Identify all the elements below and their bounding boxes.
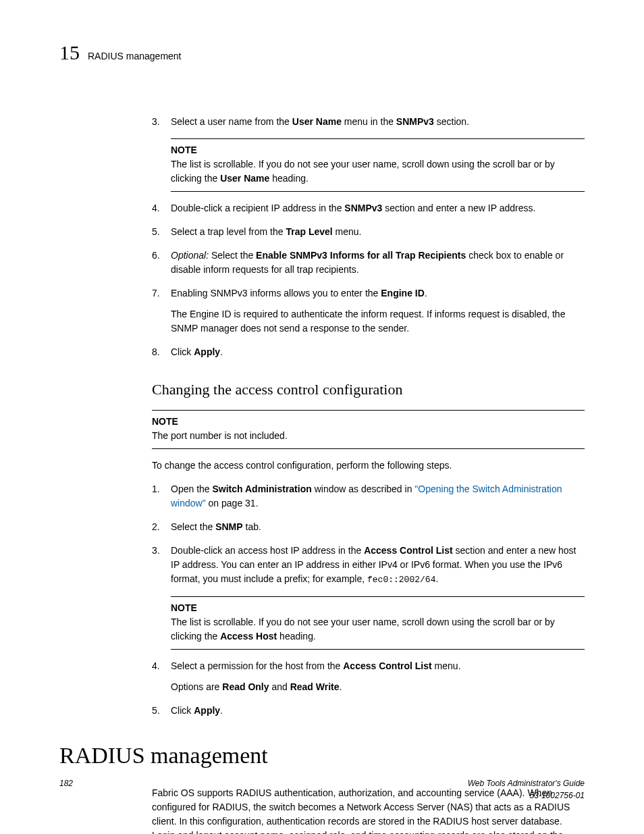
- text-run: Read Only: [222, 681, 269, 692]
- text-run: Apply: [194, 705, 220, 716]
- step-body: Select a permission for the host from th…: [171, 659, 585, 694]
- page: 15 RADIUS management 3.Select a user nam…: [0, 0, 644, 834]
- step-item: 7.Enabling SNMPv3 informs allows you to …: [152, 286, 585, 336]
- text-run: Select the: [209, 250, 256, 261]
- step-sub-text: Options are Read Only and Read Write.: [171, 680, 585, 694]
- text-run: Select a trap level from the: [171, 226, 286, 237]
- step-number: 7.: [152, 286, 171, 336]
- text-run: Open the: [171, 484, 213, 494]
- step-number: 3.: [152, 115, 171, 129]
- step-body: Enabling SNMPv3 informs allows you to en…: [171, 286, 585, 336]
- text-run: .: [220, 705, 223, 716]
- step-number: 2.: [152, 520, 171, 534]
- step-body: Open the Switch Administration window as…: [171, 482, 585, 511]
- text-run: Switch Administration: [213, 484, 312, 494]
- note-port-number: NOTE The port number is not included.: [152, 410, 585, 449]
- step-item: 5.Select a trap level from the Trap Leve…: [152, 225, 585, 239]
- text-run: section.: [434, 116, 469, 127]
- step-list-b: 1.Open the Switch Administration window …: [152, 482, 585, 718]
- step-item: 1.Open the Switch Administration window …: [152, 482, 585, 511]
- step-number: 6.: [152, 249, 171, 277]
- footer-doc-id: 53-1002756-01: [468, 789, 585, 802]
- intro-text: To change the access control configurati…: [152, 459, 585, 473]
- text-run: heading.: [277, 631, 316, 642]
- step-sub-text: The Engine ID is required to authenticat…: [171, 307, 585, 336]
- text-run: SNMPv3: [396, 116, 434, 127]
- text-run: .: [435, 573, 438, 584]
- text-run: Double-click a recipient IP address in t…: [171, 203, 344, 213]
- step-number: 4.: [152, 201, 171, 215]
- text-run: The Engine ID is required to authenticat…: [171, 309, 565, 334]
- text-run: .: [425, 288, 427, 298]
- step-item: 3.Double-click an access host IP address…: [152, 544, 585, 587]
- text-run: Engine ID: [381, 288, 425, 298]
- step-number: 4.: [152, 659, 171, 694]
- text-run: Select a permission for the host from th…: [171, 660, 343, 671]
- section-access-control: Changing the access control configuratio…: [152, 378, 585, 718]
- text-run: menu in the: [342, 116, 396, 127]
- text-run: section and enter a new IP address.: [382, 203, 535, 213]
- chapter-number: 15: [59, 37, 80, 68]
- heading-radius-management: RADIUS management: [59, 738, 585, 773]
- heading-access-control: Changing the access control configuratio…: [152, 378, 585, 400]
- text-run: Access Control List: [364, 545, 452, 556]
- note-label: NOTE: [152, 415, 585, 429]
- text-run: .: [220, 346, 223, 357]
- text-run: Read Write: [290, 681, 340, 692]
- step-number: 5.: [152, 225, 171, 239]
- step-item: 6.Optional: Select the Enable SNMPv3 Inf…: [152, 249, 585, 277]
- note-label: NOTE: [171, 601, 585, 615]
- text-run: and: [269, 681, 290, 692]
- text-run: Click: [171, 705, 194, 716]
- step-body: Select the SNMP tab.: [171, 520, 585, 534]
- step-body: Select a trap level from the Trap Level …: [171, 225, 585, 239]
- step-body: Click Apply.: [171, 704, 585, 718]
- note-box: NOTEThe list is scrollable. If you do no…: [171, 138, 585, 192]
- step-list-a: 3.Select a user name from the User Name …: [152, 115, 585, 359]
- step-body: Optional: Select the Enable SNMPv3 Infor…: [171, 249, 585, 277]
- note-text: The list is scrollable. If you do not se…: [171, 615, 585, 644]
- text-run: User Name: [220, 173, 269, 184]
- step-item: 3.Select a user name from the User Name …: [152, 115, 585, 129]
- step-item: 4.Double-click a recipient IP address in…: [152, 201, 585, 215]
- text-run: .: [340, 681, 342, 692]
- step-item: 2.Select the SNMP tab.: [152, 520, 585, 534]
- text-run: heading.: [269, 173, 308, 184]
- text-run: Select the: [171, 521, 215, 532]
- text-run: menu.: [432, 660, 461, 671]
- step-number: 8.: [152, 345, 171, 359]
- text-run: on page 31.: [206, 498, 259, 509]
- step-number: 5.: [152, 704, 171, 718]
- text-run: Double-click an access host IP address i…: [171, 545, 364, 556]
- text-run: Apply: [194, 346, 220, 357]
- note-label: NOTE: [171, 143, 585, 157]
- text-run: window as described in: [312, 484, 415, 494]
- text-run: fec0::2002/64: [367, 575, 435, 585]
- footer-guide: Web Tools Administrator's Guide: [468, 777, 585, 789]
- running-header-title: RADIUS management: [88, 49, 182, 63]
- text-run: Access Control List: [343, 660, 431, 671]
- text-run: Enable SNMPv3 Informs for all Trap Recip…: [256, 250, 466, 261]
- text-run: SNMP: [215, 521, 242, 532]
- note-text: The list is scrollable. If you do not se…: [171, 157, 585, 186]
- note-text: The port number is not included.: [152, 429, 585, 443]
- text-run: Trap Level: [286, 226, 332, 237]
- text-run: Access Host: [220, 631, 277, 642]
- text-run: Options are: [171, 681, 222, 692]
- text-run: tab.: [243, 521, 261, 532]
- step-number: 1.: [152, 482, 171, 511]
- text-run: menu.: [333, 226, 362, 237]
- text-run: Optional:: [171, 250, 209, 261]
- step-number: 3.: [152, 544, 171, 587]
- text-run: Click: [171, 346, 194, 357]
- step-item: 4.Select a permission for the host from …: [152, 659, 585, 694]
- note-box: NOTEThe list is scrollable. If you do no…: [171, 596, 585, 650]
- step-body: Select a user name from the User Name me…: [171, 115, 585, 129]
- text-run: User Name: [292, 116, 342, 127]
- step-body: Double-click an access host IP address i…: [171, 544, 585, 587]
- text-run: Enabling SNMPv3 informs allows you to en…: [171, 288, 381, 298]
- text-run: Select a user name from the: [171, 116, 292, 127]
- step-item: 8.Click Apply.: [152, 345, 585, 359]
- step-body: Double-click a recipient IP address in t…: [171, 201, 585, 215]
- page-number: 182: [59, 777, 73, 802]
